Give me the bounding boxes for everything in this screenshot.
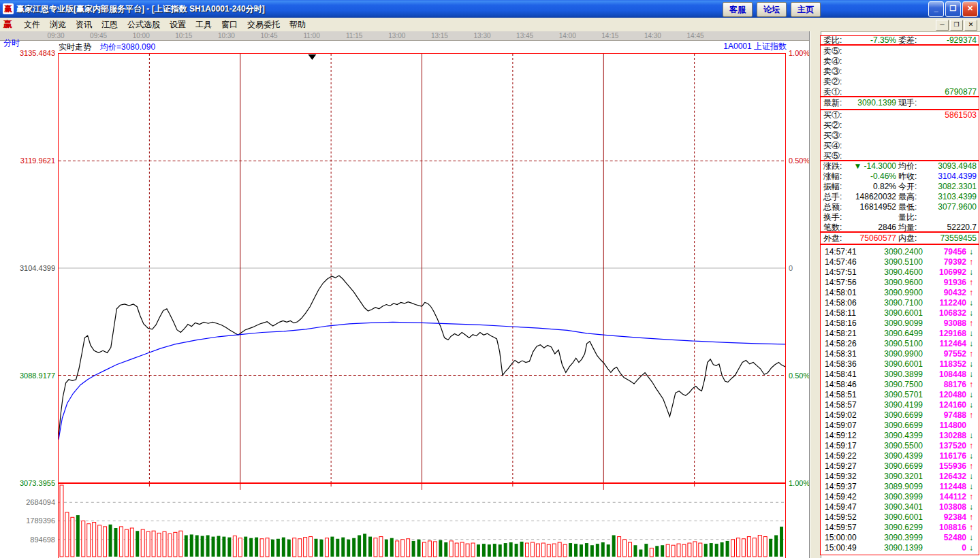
time-axis: 09:3009:4510:0010:1510:3010:4511:0011:15… [0,31,815,41]
menu-item-0[interactable]: 文件 [19,18,45,32]
pct-axis-label-3: 0.50% [789,372,810,380]
mdi-close-button[interactable]: ✕ [964,20,977,31]
stats-label-2: 昨收: [898,171,917,182]
tick-price: 3090.6001 [874,308,923,318]
tick-row-11: 14:58:363090.6001118352↓ [821,359,979,370]
tick-volume: 155936 [921,461,966,472]
menu-item-4[interactable]: 公式选股 [123,18,165,32]
volume-bar [721,542,724,557]
tick-volume: 97488 [921,410,966,421]
arrow-up-icon: ↑ [969,441,977,451]
intraday-price-chart[interactable] [58,53,786,483]
volume-bar [82,521,85,557]
title-link-1[interactable]: 论坛 [757,2,787,17]
minimize-button[interactable]: _ [928,1,944,17]
volume-bar [552,544,556,557]
volume-bar [168,534,172,557]
tick-volume: 114800 [921,421,966,431]
volume-bar [141,529,144,557]
volume-bar [71,517,74,557]
stats-value-2: 3082.3301 [938,182,977,192]
menu-item-9[interactable]: 帮助 [285,18,311,32]
stats-label-2: 最高: [898,192,917,202]
volume-bar [439,540,442,557]
tick-row-19: 14:59:173090.5500137520↑ [821,441,979,451]
trend-label: 实时走势 [59,42,91,53]
xianshou-label: 现手: [898,97,917,109]
volume-bar [731,540,735,557]
tick-time: 14:59:17 [825,441,857,451]
tick-volume: 118352 [921,359,966,370]
tick-row-26: 14:59:523090.600192384↑ [821,512,979,523]
menu-item-3[interactable]: 江恩 [97,18,123,32]
tick-price: 3090.4399 [874,431,923,441]
price-axis-label-4: 3073.3955 [0,479,55,487]
menu-item-2[interactable]: 资讯 [71,18,97,32]
menu-item-1[interactable]: 浏览 [45,18,71,32]
volume-bar [401,540,405,557]
menu-item-7[interactable]: 窗口 [217,18,242,32]
mdi-minimize-button[interactable]: ─ [936,20,949,31]
volume-bar [271,540,274,557]
buy-row-4: 买⑤: [821,151,979,161]
volume-bar [493,544,496,557]
time-label-2: 10:00 [133,32,150,39]
volume-bar [146,531,150,557]
menu-item-6[interactable]: 工具 [191,18,217,32]
tick-time: 15:00:49 [825,543,857,553]
time-label-11: 13:45 [516,32,533,39]
volume-bar [293,538,296,557]
volume-bar [255,538,258,557]
volume-bar [758,536,761,557]
arrow-up-icon: ↑ [969,523,977,533]
volume-bar [769,539,772,557]
tick-row-28: 15:00:003090.399952480↓ [821,533,979,543]
mdi-restore-button[interactable]: ❐ [950,20,963,31]
tick-list[interactable]: 14:57:413090.240079456↓14:57:463090.5100… [820,244,979,555]
time-label-13: 14:15 [601,32,618,39]
tick-price: 3090.9600 [874,278,923,288]
tick-price: 3090.5701 [874,390,923,400]
tick-row-29: 15:00:493090.13990↓ [821,543,979,553]
buy-value: 5861503 [945,110,977,120]
time-label-15: 14:45 [686,32,704,39]
arrow-up-icon: ↑ [969,380,977,390]
weibi-box: 委比: -7.35% 委差: -929374 [820,35,979,45]
mdi-buttons: ─❐✕ [936,20,977,31]
tick-price: 3090.9900 [874,349,923,359]
restore-button[interactable]: ❐ [945,1,961,17]
tick-volume: 106992 [921,267,966,278]
time-label-4: 10:30 [218,32,235,39]
tick-volume: 91936 [921,278,966,288]
tick-volume: 116176 [921,451,966,461]
arrow-down-icon: ↓ [969,543,977,553]
arrow-up-icon: ↑ [969,318,977,329]
volume-bar [488,544,491,557]
volume-bar [596,544,599,557]
volume-bar [227,538,231,557]
pct-axis-label-0: 1.00% [789,49,810,57]
volume-chart[interactable] [58,483,786,558]
arrow-down-icon: ↓ [969,339,977,349]
volume-axis-label-2: 894698 [0,536,55,544]
tick-price: 3090.7500 [874,380,923,390]
tick-volume: 103808 [921,502,966,512]
close-button[interactable]: ✕ [962,1,978,17]
title-link-0[interactable]: 客服 [723,2,753,17]
volume-bar [753,538,756,557]
volume-bar [499,544,502,557]
volume-bar [699,543,702,557]
time-label-7: 11:15 [346,32,362,39]
tick-time: 14:59:57 [825,523,857,533]
volume-bar [455,543,458,557]
menu-item-8[interactable]: 交易委托 [242,18,285,32]
stats-label-2: 今开: [898,182,917,192]
weibi-value: -7.35% [838,36,896,44]
tick-row-6: 14:58:113090.6001106832↓ [821,308,979,318]
volume-bar [444,542,447,557]
tick-price: 3090.6699 [874,421,923,431]
title-link-2[interactable]: 主页 [791,2,821,17]
tick-time: 14:57:51 [825,267,857,278]
volume-bar [607,544,610,557]
menu-item-5[interactable]: 设置 [165,18,191,32]
